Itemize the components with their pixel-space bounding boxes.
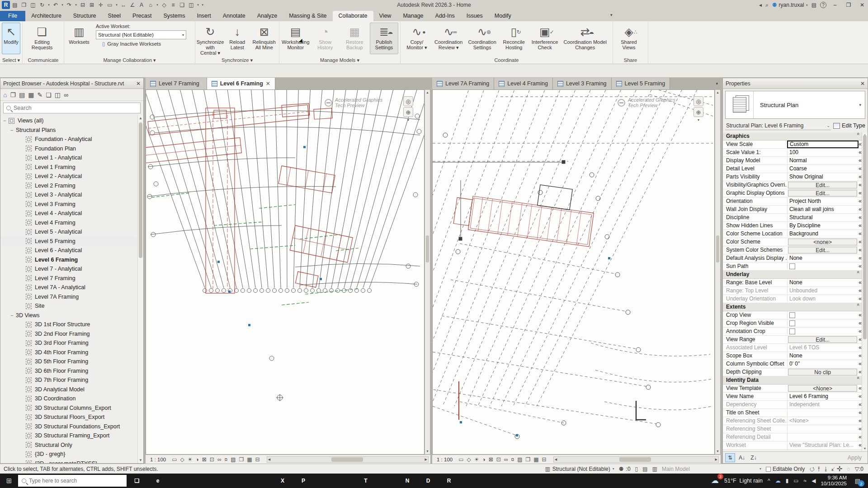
qat-icon[interactable]: ▾ (115, 1, 118, 9)
tree-item[interactable]: − 3D 4th Floor Framing (0, 348, 137, 357)
browser-tool-icon[interactable]: ▦ (28, 91, 34, 99)
collapse-section-icon[interactable]: « (859, 181, 862, 189)
qat-icon[interactable]: ↔ (119, 1, 127, 9)
collapse-icon[interactable]: − (10, 127, 16, 133)
scroll-down-icon[interactable]: ▼ (715, 449, 720, 454)
property-row[interactable]: Visibility/Graphics Overri... Edit... « (723, 181, 862, 189)
property-row[interactable]: Discipline Structural « (723, 214, 862, 222)
collapse-section-icon[interactable]: « (859, 295, 862, 303)
tree-item[interactable]: − {3D - oscar.mataDTYSS} (0, 459, 137, 464)
property-row[interactable]: Display Model Normal « (723, 157, 862, 165)
property-row[interactable]: View Range Edit... « (723, 336, 862, 344)
qat-icon[interactable]: ≡ (169, 1, 177, 9)
scroll-down-icon[interactable]: ▼ (425, 449, 430, 454)
taskbar-app[interactable] (251, 474, 272, 488)
clock[interactable]: 9:36 AM 10/10/2025 (821, 475, 847, 487)
help-icon[interactable]: ? (820, 2, 826, 8)
onedrive-icon[interactable]: ☁ (775, 478, 781, 484)
browser-tool-icon[interactable]: ∞ (64, 91, 68, 99)
property-row[interactable]: Underlay « (723, 271, 862, 279)
ribbon-tab[interactable]: Insert (191, 11, 217, 21)
ribbon-button[interactable]: ▤ Worksharing Monitor (281, 23, 310, 54)
collapse-icon[interactable]: − (10, 313, 16, 318)
property-row[interactable]: View Name Level 6 Framing « (723, 393, 862, 401)
ribbon-tab[interactable]: Precast (127, 11, 157, 21)
collapse-section-icon[interactable]: « (854, 133, 862, 140)
property-row[interactable]: Crop Region Visible « (723, 319, 862, 328)
ribbon-button[interactable]: ▦ Restore Backup (340, 23, 369, 54)
taskbar-app[interactable] (314, 474, 335, 488)
taskbar-app[interactable] (189, 474, 210, 488)
browser-tool-icon[interactable]: ✎ (38, 91, 43, 99)
tree-item[interactable]: − 3D 7th Floor Framing (0, 375, 137, 385)
tree-item[interactable]: − Level 7A - Analytical (0, 283, 137, 292)
view-hscrollbar[interactable]: ◀▶ (267, 456, 429, 463)
panel-label-manage-collaboration[interactable]: Manage Collaboration ▾ (64, 56, 195, 64)
property-row[interactable]: Extents « (723, 303, 862, 311)
battery-icon[interactable]: ▭ (793, 478, 798, 484)
qat-icon[interactable]: ▾ (74, 1, 78, 9)
tree-item[interactable]: − Level 4 - Analytical (0, 209, 137, 218)
ribbon-button[interactable]: ▣✓ Interference Check (529, 23, 561, 54)
view-scale-control[interactable]: 1 : 100 (434, 457, 455, 462)
navigation-wheel-icon[interactable]: ◎ (403, 96, 413, 106)
ribbon-tab[interactable]: Issues (461, 11, 489, 21)
collapse-section-icon[interactable]: « (859, 417, 862, 425)
sort-default-button[interactable]: ⇅ (725, 453, 735, 462)
zoom-tool-icon[interactable]: ⊕ (693, 107, 703, 117)
account-menu[interactable]: ⚉ryan.truxal▾ (772, 2, 808, 8)
ribbon-button[interactable]: ❏ Editing Requests (24, 23, 60, 54)
back-icon[interactable]: ◂ (759, 2, 762, 8)
collapse-section-icon[interactable]: « (859, 287, 862, 295)
collapse-section-icon[interactable]: « (859, 441, 862, 449)
store-cart-icon[interactable]: ▤ (811, 2, 816, 8)
tree-item[interactable]: − Structural Plans (0, 126, 137, 135)
collapse-section-icon[interactable]: « (859, 149, 862, 156)
view-control-icon[interactable]: ¤ (511, 455, 514, 464)
property-row[interactable]: Title on Sheet « (723, 409, 862, 417)
tree-item[interactable]: − Views (all) (0, 116, 137, 126)
ribbon-tab[interactable]: Analyze (251, 11, 283, 21)
drawing-canvas-left[interactable]: Accelerated GraphicsTech Preview ◎ ⊕ ▾ (146, 89, 425, 455)
collapse-section-icon[interactable]: « (854, 304, 862, 311)
view-tab[interactable]: Level 5 Framing (612, 78, 670, 89)
property-row[interactable]: Dependency Independent « (723, 401, 862, 409)
tree-item[interactable]: − 3D Views (0, 311, 137, 320)
view-hscrollbar[interactable]: ◀▶ (553, 456, 719, 463)
tree-item[interactable]: − Foundation - Analytical (0, 135, 137, 144)
tree-item[interactable]: − 3D Structural Floors_Export (0, 413, 137, 422)
microphone-icon[interactable]: ▮ (786, 478, 789, 484)
tray-expand-icon[interactable]: ^ (768, 478, 770, 484)
collapse-section-icon[interactable]: « (859, 433, 862, 441)
collapse-section-icon[interactable]: « (859, 141, 862, 148)
tree-item[interactable]: − 3D 3rd Floor Framing (0, 338, 137, 348)
taskbar-app[interactable]: N (397, 474, 418, 488)
view-control-icon[interactable]: ▦ (533, 455, 538, 464)
collapse-icon[interactable]: − (3, 118, 9, 123)
editing-requests-count[interactable]: ⚉ :0 (619, 466, 631, 472)
collapse-section-icon[interactable]: « (854, 271, 862, 278)
property-row[interactable]: Scope Box None « (723, 352, 862, 360)
collapse-section-icon[interactable]: « (859, 385, 862, 392)
view-control-icon[interactable]: ∞ (504, 455, 508, 464)
scroll-up-icon[interactable]: ▲ (138, 115, 143, 121)
qat-icon[interactable]: ↶ (52, 1, 60, 9)
qat-icon[interactable]: ∠ (128, 1, 137, 9)
taskbar-app[interactable]: ❏ (127, 474, 147, 488)
collapse-section-icon[interactable]: « (859, 214, 862, 221)
list-icon[interactable]: ▤ (642, 466, 647, 472)
tree-item[interactable]: − Level 4 Framing (0, 218, 137, 228)
taskbar-app[interactable]: e (147, 474, 168, 488)
qat-icon[interactable]: ↻ (38, 1, 46, 9)
taskbar-app[interactable] (231, 474, 251, 488)
chevron-down-icon[interactable]: ▾ (859, 103, 865, 107)
ribbon-button[interactable]: ∿⊛ Coordination Settings (466, 23, 498, 54)
view-control-icon[interactable]: ⊠ (202, 455, 207, 464)
ribbon-button[interactable]: ▯↻ Reconcile Hosting (500, 23, 528, 54)
selection-toggle-icons[interactable]: ⭯ ⭱ ⭳ ⭹ ✛ (809, 466, 842, 472)
collapse-section-icon[interactable]: « (859, 173, 862, 181)
ribbon-tab[interactable]: File (0, 11, 25, 21)
tree-item[interactable]: − 3D Coordination (0, 394, 137, 404)
navbar-expand-icon[interactable]: ▾ (698, 118, 699, 122)
type-selector[interactable]: Structural Plan ▾ (725, 91, 865, 119)
